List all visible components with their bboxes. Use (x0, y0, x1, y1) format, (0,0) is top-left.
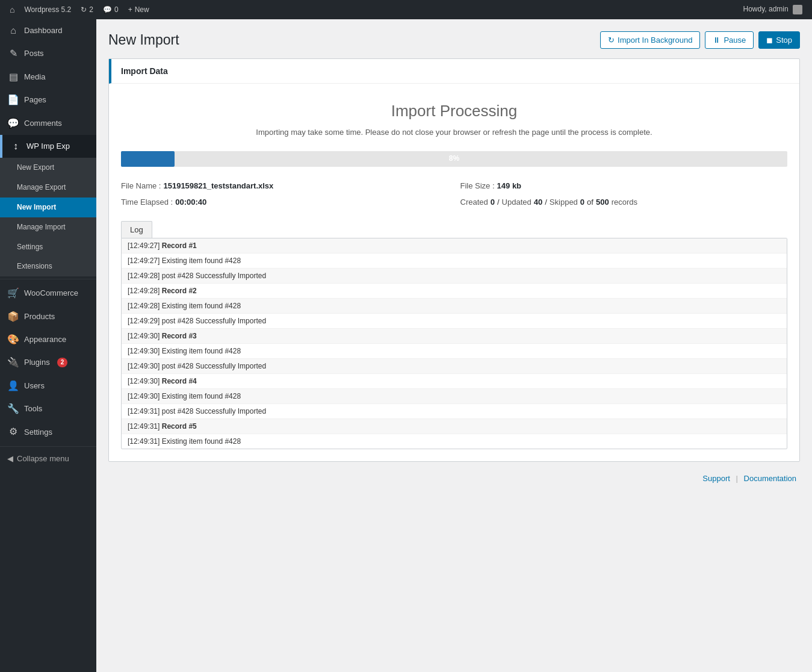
sidebar-item-dashboard[interactable]: ⌂ Dashboard (0, 19, 96, 42)
media-icon: ▤ (7, 70, 19, 84)
collapse-menu[interactable]: ◀ Collapse menu (0, 449, 96, 468)
import-bg-label: Import In Background (618, 36, 692, 45)
layout: ⌂ Dashboard ✎ Posts ▤ Media 📄 Pages 💬 Co… (0, 19, 812, 672)
log-record: Record #1 (162, 241, 197, 250)
pause-button[interactable]: ⏸ Pause (705, 31, 754, 49)
comments-count: 0 (114, 5, 119, 14)
sidebar-item-new-export[interactable]: New Export (0, 158, 96, 178)
comments-icon: 💬 (7, 117, 19, 130)
skipped-value: 0 (580, 198, 584, 207)
sidebar-item-tools[interactable]: 🔧 Tools (0, 397, 96, 420)
log-record: Record #4 (162, 377, 197, 385)
sidebar-item-pages[interactable]: 📄 Pages (0, 89, 96, 111)
log-timestamp: [12:49:30] (128, 377, 162, 385)
woocommerce-icon: 🛒 (7, 287, 19, 300)
sidebar-item-extensions[interactable]: Extensions (0, 257, 96, 276)
dashboard-icon: ⌂ (7, 24, 19, 37)
new-label: New (135, 5, 149, 14)
wp-imp-exp-icon: ↕ (10, 140, 22, 153)
sidebar-item-appearance[interactable]: 🎨 Appearance (0, 328, 96, 351)
documentation-link[interactable]: Documentation (744, 474, 796, 483)
file-size-value: 149 kb (497, 181, 521, 190)
log-timestamp: [12:49:27] (128, 241, 162, 250)
manage-import-label: Manage Import (17, 222, 66, 232)
pause-icon: ⏸ (713, 36, 721, 45)
created-value: 0 (491, 198, 495, 207)
log-tab[interactable]: Log (121, 221, 152, 238)
stop-label: Stop (776, 36, 792, 45)
sidebar-item-settings[interactable]: Settings (0, 237, 96, 257)
appearance-icon: 🎨 (7, 333, 19, 346)
adminbar-updates[interactable]: ↻ 2 (76, 0, 98, 19)
import-card: Import Data Import Processing Importing … (108, 58, 800, 462)
log-record: Record #3 (162, 332, 197, 340)
file-name-value: 1519159821_teststandart.xlsx (163, 181, 273, 190)
log-timestamp: [12:49:28] (128, 287, 162, 295)
adminbar-howdy: Howdy, admin (739, 5, 807, 14)
sidebar-item-users[interactable]: 👤 Users (0, 375, 96, 397)
import-in-background-button[interactable]: ↻ Import In Background (600, 31, 700, 49)
adminbar-comments[interactable]: 💬 0 (98, 0, 123, 19)
users-icon: 👤 (7, 379, 19, 393)
adminbar-wp-icon[interactable]: ⌂ (5, 0, 19, 19)
card-header: Import Data (109, 59, 799, 84)
progress-container: 8% (121, 151, 787, 167)
sidebar-item-settings2[interactable]: ⚙ Settings (0, 420, 96, 443)
sidebar-item-comments[interactable]: 💬 Comments (0, 112, 96, 135)
sidebar-item-plugins[interactable]: 🔌 Plugins 2 (0, 351, 96, 374)
manage-export-label: Manage Export (17, 182, 66, 193)
updated-value: 40 (534, 198, 542, 207)
products-icon: 📦 (7, 310, 19, 323)
records-stats: Created 0 / Updated 40 / Skipped 0 of 50… (460, 198, 788, 207)
file-size-label: File Size : (460, 181, 495, 190)
adminbar-site-name[interactable]: Wordpress 5.2 (19, 0, 76, 19)
log-entry: [12:49:27] Existing item found #428 (122, 254, 787, 269)
sidebar-item-products[interactable]: 📦 Products (0, 305, 96, 328)
slash1: / (497, 198, 500, 207)
support-link[interactable]: Support (702, 474, 730, 483)
sidebar-item-label: Users (24, 381, 45, 391)
time-elapsed-item: Time Elapsed : 00:00:40 (121, 198, 448, 207)
log-entry: [12:49:28] Record #2 (122, 284, 787, 299)
file-size-item: File Size : 149 kb (460, 181, 788, 190)
sidebar-item-label: Appearance (24, 334, 66, 345)
sidebar-item-label: Products (24, 311, 55, 322)
stop-button[interactable]: ◼ Stop (758, 31, 800, 49)
sidebar-item-label: Posts (24, 48, 44, 59)
sidebar-item-label: WP Imp Exp (26, 141, 70, 152)
sidebar-item-wp-imp-exp[interactable]: ↕ WP Imp Exp (0, 135, 96, 158)
log-entry: [12:49:31] Existing item found #428 (122, 434, 787, 449)
processing-title: Import Processing (121, 102, 787, 120)
log-entry: [12:49:31] Record #5 (122, 419, 787, 434)
collapse-label: Collapse menu (17, 454, 69, 463)
plugins-icon: 🔌 (7, 356, 19, 369)
comments-icon: 💬 (103, 5, 112, 14)
howdy-text: Howdy, admin (743, 5, 789, 13)
pause-label: Pause (724, 36, 746, 45)
sidebar-item-label: Comments (24, 118, 62, 129)
new-export-label: New Export (17, 163, 54, 173)
sidebar-item-new-import[interactable]: New Import (0, 198, 96, 217)
skipped-label: Skipped (550, 198, 578, 207)
admin-avatar (793, 5, 802, 14)
file-info: File Name : 1519159821_teststandart.xlsx… (121, 181, 787, 207)
log-section: Log [12:49:27] Record #1[12:49:27] Exist… (121, 221, 787, 449)
pages-icon: 📄 (7, 93, 19, 107)
log-content[interactable]: [12:49:27] Record #1[12:49:27] Existing … (121, 238, 787, 449)
sidebar-item-manage-import[interactable]: Manage Import (0, 217, 96, 237)
log-entry: [12:49:31] post #428 Successfully Import… (122, 404, 787, 419)
site-name-text: Wordpress 5.2 (24, 5, 71, 14)
total-records: 500 (596, 198, 609, 207)
sidebar-item-manage-export[interactable]: Manage Export (0, 178, 96, 198)
sidebar-item-posts[interactable]: ✎ Posts (0, 42, 96, 65)
settings-label: Settings (17, 242, 43, 252)
sidebar-item-label: Plugins (24, 357, 50, 368)
file-name-label: File Name : (121, 181, 161, 190)
sidebar-divider2 (0, 446, 96, 447)
processing-subtitle: Importing may take some time. Please do … (121, 128, 787, 137)
records-label: records (612, 198, 637, 207)
sidebar-item-media[interactable]: ▤ Media (0, 66, 96, 89)
sidebar-item-woocommerce[interactable]: 🛒 WooCommerce (0, 282, 96, 305)
adminbar-new[interactable]: + New (123, 0, 154, 19)
log-record: Record #5 (162, 422, 197, 431)
